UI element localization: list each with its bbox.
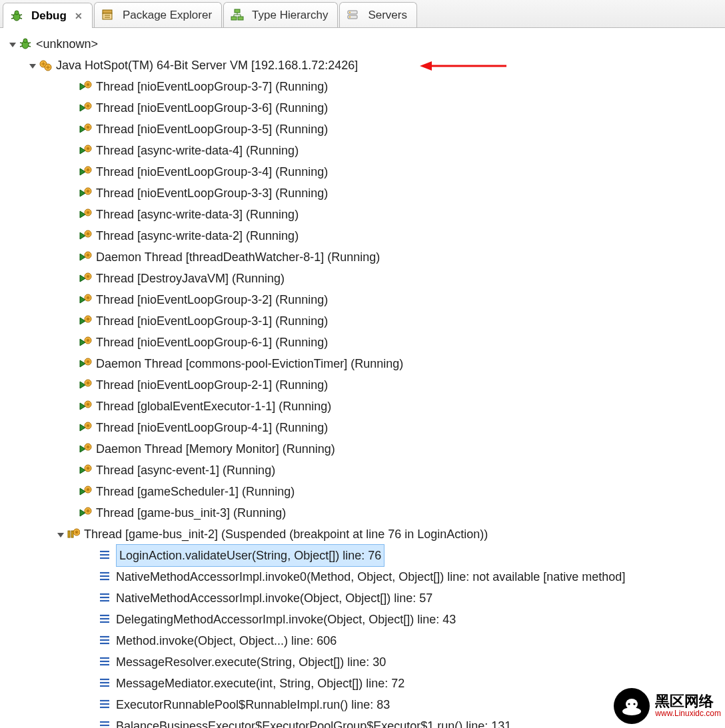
tree-row[interactable]: LoginAction.validateUser(String, Object[… xyxy=(0,545,725,566)
tree-row[interactable]: <unknown> xyxy=(0,33,725,55)
tab-label: Package Explorer xyxy=(123,9,212,22)
thread-running-icon xyxy=(79,165,92,179)
tree-row[interactable]: Thread [nioEventLoopGroup-3-5] (Running) xyxy=(0,119,725,140)
tree-row[interactable]: Thread [nioEventLoopGroup-3-6] (Running) xyxy=(0,97,725,119)
thread-suspended-label: Thread [game-bus_init-2] (Suspended (bre… xyxy=(84,524,488,545)
thread-label: Thread [nioEventLoopGroup-3-5] (Running) xyxy=(96,119,328,140)
tab-label: Debug xyxy=(31,9,67,23)
stack-frame-icon xyxy=(99,655,112,669)
tree-row[interactable]: Thread [nioEventLoopGroup-3-2] (Running) xyxy=(0,289,725,310)
thread-label: Thread [async-event-1] (Running) xyxy=(96,460,275,481)
thread-label: Thread [async-write-data-2] (Running) xyxy=(96,225,299,246)
tree-row[interactable]: Java HotSpot(TM) 64-Bit Server VM [192.1… xyxy=(0,55,725,76)
tree-row[interactable]: Thread [game-bus_init-3] (Running) xyxy=(0,502,725,524)
thread-label: Thread [nioEventLoopGroup-3-1] (Running) xyxy=(96,310,328,332)
tree-row[interactable]: Thread [async-write-data-2] (Running) xyxy=(0,225,725,246)
thread-running-icon xyxy=(79,144,92,157)
tree-row[interactable]: Thread [async-write-data-3] (Running) xyxy=(0,204,725,225)
thread-label: Thread [nioEventLoopGroup-6-1] (Running) xyxy=(96,332,328,353)
debug-target-icon xyxy=(19,37,32,51)
thread-running-icon xyxy=(79,336,92,349)
thread-label: Thread [gameScheduler-1] (Running) xyxy=(96,481,295,502)
tree-row[interactable]: Thread [game-bus_init-2] (Suspended (bre… xyxy=(0,524,725,545)
tab-package-explorer[interactable]: Package Explorer xyxy=(94,2,222,27)
twisty-spacer xyxy=(87,550,97,561)
watermark-logo-icon xyxy=(614,688,650,724)
thread-label: Thread [async-write-data-4] (Running) xyxy=(96,140,299,161)
stack-frame-icon xyxy=(99,549,112,562)
tree-row[interactable]: Thread [async-event-1] (Running) xyxy=(0,460,725,481)
thread-label: Thread [nioEventLoopGroup-3-2] (Running) xyxy=(96,289,328,310)
twisty-spacer xyxy=(87,635,97,646)
tree-row[interactable]: NativeMethodAccessorImpl.invoke0(Method,… xyxy=(0,566,725,587)
thread-running-icon xyxy=(79,186,92,200)
svg-point-36 xyxy=(634,703,636,705)
tree-row[interactable]: Daemon Thread [Memory Monitor] (Running) xyxy=(0,438,725,460)
svg-marker-32 xyxy=(420,61,432,71)
thread-running-icon xyxy=(79,80,92,93)
twisty-spacer xyxy=(67,358,77,369)
thread-label: Thread [nioEventLoopGroup-2-1] (Running) xyxy=(96,374,328,396)
expand-twisty-icon[interactable] xyxy=(7,39,17,49)
vm-label: Java HotSpot(TM) 64-Bit Server VM [192.1… xyxy=(56,55,358,76)
thread-label: Thread [nioEventLoopGroup-4-1] (Running) xyxy=(96,417,328,438)
tree-row[interactable]: Thread [async-write-data-4] (Running) xyxy=(0,140,725,161)
thread-suspended-icon xyxy=(67,528,80,541)
twisty-spacer xyxy=(67,486,77,497)
bug-icon xyxy=(10,9,23,23)
close-icon[interactable]: ✕ xyxy=(75,11,83,21)
twisty-spacer xyxy=(87,657,97,667)
stack-frame-label: MessageResolver.execute(String, Object[]… xyxy=(116,651,386,673)
tree-row[interactable]: NativeMethodAccessorImpl.invoke(Object, … xyxy=(0,587,725,609)
stack-frame-icon xyxy=(99,570,112,583)
twisty-spacer xyxy=(67,230,77,241)
debug-target-label: <unknown> xyxy=(36,33,98,55)
tree-row[interactable]: Thread [nioEventLoopGroup-3-3] (Running) xyxy=(0,182,725,204)
twisty-spacer xyxy=(67,380,77,390)
expand-twisty-icon[interactable] xyxy=(27,60,37,71)
tab-label: Type Hierarchy xyxy=(252,9,328,22)
tree-row[interactable]: Thread [nioEventLoopGroup-4-1] (Running) xyxy=(0,417,725,438)
thread-label: Daemon Thread [commons-pool-EvictionTime… xyxy=(96,353,403,374)
tree-row[interactable]: Thread [nioEventLoopGroup-2-1] (Running) xyxy=(0,374,725,396)
stack-frame-label: NativeMethodAccessorImpl.invoke(Object, … xyxy=(116,587,432,609)
stack-frame-label: BalanceBusinessExecutor$ExecutorPoolGrou… xyxy=(116,715,511,728)
tab-type-hierarchy[interactable]: Type Hierarchy xyxy=(223,2,338,27)
thread-label: Thread [globalEventExecutor-1-1] (Runnin… xyxy=(96,396,331,417)
tree-row[interactable]: Thread [nioEventLoopGroup-3-4] (Running) xyxy=(0,161,725,182)
twisty-spacer xyxy=(67,145,77,156)
svg-point-34 xyxy=(622,707,641,715)
tree-row[interactable]: MessageResolver.execute(String, Object[]… xyxy=(0,651,725,673)
debug-tree[interactable]: <unknown>Java HotSpot(TM) 64-Bit Server … xyxy=(0,28,725,728)
twisty-spacer xyxy=(67,209,77,220)
thread-running-icon xyxy=(79,101,92,115)
tree-row[interactable]: DelegatingMethodAccessorImpl.invoke(Obje… xyxy=(0,609,725,630)
twisty-spacer xyxy=(67,188,77,198)
package-explorer-icon xyxy=(101,9,115,22)
tree-row[interactable]: Thread [nioEventLoopGroup-6-1] (Running) xyxy=(0,332,725,353)
tree-row[interactable]: Method.invoke(Object, Object...) line: 6… xyxy=(0,630,725,651)
tree-row[interactable]: Thread [globalEventExecutor-1-1] (Runnin… xyxy=(0,396,725,417)
thread-running-icon xyxy=(79,442,92,456)
stack-frame-label: NativeMethodAccessorImpl.invoke0(Method,… xyxy=(116,566,625,587)
tree-row[interactable]: Daemon Thread [commons-pool-EvictionTime… xyxy=(0,353,725,374)
tab-debug[interactable]: Debug ✕ xyxy=(3,3,93,28)
vm-icon xyxy=(39,59,52,72)
twisty-spacer xyxy=(67,444,77,454)
thread-running-icon xyxy=(79,421,92,434)
tab-servers[interactable]: Servers xyxy=(339,2,417,27)
thread-label: Thread [game-bus_init-3] (Running) xyxy=(96,502,286,524)
tree-row[interactable]: Daemon Thread [threadDeathWatcher-8-1] (… xyxy=(0,246,725,268)
thread-running-icon xyxy=(79,250,92,264)
tree-row[interactable]: Thread [nioEventLoopGroup-3-1] (Running) xyxy=(0,310,725,332)
tree-row[interactable]: Thread [gameScheduler-1] (Running) xyxy=(0,481,725,502)
tree-row[interactable]: Thread [DestroyJavaVM] (Running) xyxy=(0,268,725,289)
stack-frame-icon xyxy=(99,613,112,626)
watermark-subtitle: www.Linuxidc.com xyxy=(655,709,721,718)
expand-twisty-icon[interactable] xyxy=(55,529,65,540)
thread-running-icon xyxy=(79,314,92,328)
twisty-spacer xyxy=(67,465,77,476)
twisty-spacer xyxy=(67,252,77,262)
twisty-spacer xyxy=(87,571,97,582)
tree-row[interactable]: Thread [nioEventLoopGroup-3-7] (Running) xyxy=(0,76,725,97)
